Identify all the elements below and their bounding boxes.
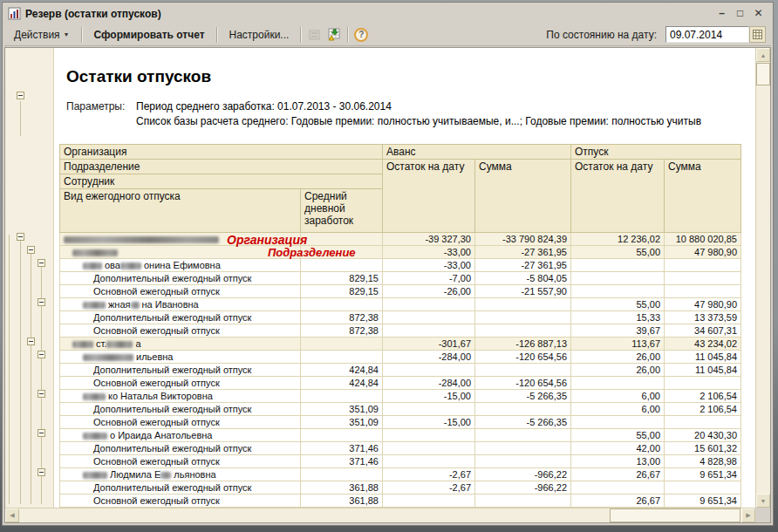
param-line: Список базы расчета среднего: Годовые пр… <box>136 115 701 127</box>
table-row[interactable]: Людмила Ельяновна-2,67-966,2226,679 651,… <box>60 468 741 481</box>
horizontal-scrollbar[interactable]: ◀ ▶ <box>5 508 755 522</box>
table-row[interactable]: Организация-39 327,30-33 790 824,3912 23… <box>60 233 741 246</box>
cell-a_rest <box>383 442 475 455</box>
cell-v_sum: 13 373,59 <box>665 311 741 324</box>
vertical-scrollbar[interactable]: ▲ ▼ <box>755 48 770 508</box>
cell-name: Основной ежегодный отпуск <box>60 494 301 508</box>
collapse-toggle[interactable] <box>27 246 35 254</box>
cell-avg <box>301 338 383 351</box>
toolbar-separator <box>300 27 302 43</box>
cell-text: Людмила Е <box>110 469 160 480</box>
table-row[interactable]: ильевна-284,00-120 654,5626,0011 045,84 <box>60 351 741 364</box>
cell-text: Дополнительный ежегодный отпуск <box>93 273 251 283</box>
generate-report-button[interactable]: Сформировать отчет <box>88 25 211 44</box>
print-report-icon <box>307 27 323 43</box>
help-icon[interactable]: ? <box>354 28 368 42</box>
table-row[interactable]: Основной ежегодный отпуск424,84-284,00-1… <box>60 377 741 390</box>
cell-v_rest <box>571 272 665 285</box>
collapse-toggle[interactable] <box>27 338 35 345</box>
actions-label: Действия <box>14 29 60 41</box>
cell-avg <box>301 351 383 364</box>
table-row[interactable]: Дополнительный ежегодный отпуск361,88-2,… <box>60 481 741 494</box>
redacted-text <box>83 433 107 440</box>
cell-v_rest: 26,67 <box>571 468 665 481</box>
cell-text: Основной ежегодный отпуск <box>93 286 220 297</box>
collapse-toggle[interactable] <box>17 92 24 99</box>
scroll-up-icon[interactable]: ▲ <box>756 48 770 62</box>
cell-text: Основной ежегодный отпуск <box>93 325 220 336</box>
collapse-toggle[interactable] <box>38 390 45 398</box>
report-date-input[interactable] <box>665 26 749 43</box>
table-row[interactable]: Дополнительный ежегодный отпуск351,096,0… <box>60 403 741 416</box>
cell-v_sum: 2 106,54 <box>665 390 741 403</box>
table-row[interactable]: Основной ежегодный отпуск829,15-26,00-21… <box>60 285 741 298</box>
collapse-toggle[interactable] <box>38 429 45 437</box>
calendar-icon[interactable] <box>749 26 766 43</box>
params-label: Параметры: <box>66 100 125 113</box>
cell-avg <box>301 429 383 442</box>
cell-v_sum <box>665 377 741 390</box>
table-row[interactable]: Подразделение-33,00-27 361,9555,0047 980… <box>60 246 741 259</box>
cell-a_rest <box>383 311 475 324</box>
tree-line <box>9 235 10 504</box>
collapse-toggle[interactable] <box>38 468 45 476</box>
cell-v_sum: 9 651,34 <box>665 468 741 481</box>
collapse-toggle[interactable] <box>38 259 45 267</box>
cell-text: Дополнительный ежегодный отпуск <box>93 404 251 414</box>
table-row[interactable]: о Ираида Анатольевна55,0020 430,30 <box>60 429 741 442</box>
table-row[interactable]: Основной ежегодный отпуск872,3839,6734 6… <box>60 324 741 338</box>
cell-a_sum: -27 361,95 <box>475 246 571 259</box>
table-row[interactable]: Дополнительный ежегодный отпуск424,8426,… <box>60 364 741 377</box>
table-row[interactable]: ко Наталья Викторовна-15,00-5 266,356,00… <box>60 390 741 403</box>
table-row[interactable]: Дополнительный ежегодный отпуск371,4642,… <box>60 442 741 455</box>
red-annotation: Подразделение <box>268 246 356 259</box>
scroll-right-icon[interactable]: ▶ <box>741 508 755 522</box>
cell-a_sum <box>475 298 571 311</box>
table-row[interactable]: оваонина Ефимовна-33,00-27 361,95 <box>60 259 741 272</box>
minimize-button[interactable]: – <box>714 7 729 21</box>
cell-a_rest <box>383 494 475 508</box>
cell-a_rest: -2,67 <box>383 468 475 481</box>
actions-menu-button[interactable]: Действия ▼ <box>8 25 76 44</box>
cell-text: Дополнительный ежегодный отпуск <box>93 312 251 323</box>
table-row[interactable]: Дополнительный ежегодный отпуск872,3815,… <box>60 311 741 324</box>
scroll-down-icon[interactable]: ▼ <box>756 494 770 508</box>
param-line: Период среднего заработка: 01.07.2013 - … <box>136 100 392 113</box>
table-row[interactable]: Основной ежегодный отпуск361,8826,679 65… <box>60 494 741 508</box>
cell-a_sum <box>475 364 571 377</box>
cell-a_rest: -2,67 <box>383 481 475 494</box>
cell-avg: 361,88 <box>301 494 383 508</box>
cell-name: Дополнительный ежегодный отпуск <box>60 272 301 285</box>
table-row[interactable]: жнаяна Ивановна55,0047 980,90 <box>60 298 741 311</box>
export-table-icon[interactable] <box>326 27 342 43</box>
cell-v_rest: 6,00 <box>571 403 665 416</box>
toolbar-separator <box>216 27 218 43</box>
cell-v_rest: 55,00 <box>571 246 665 259</box>
header-vacation: Отпуск <box>571 145 741 160</box>
title-bar[interactable]: Резерв (остатки отпусков) – □ ✕ <box>4 4 771 23</box>
cell-v_rest: 113,67 <box>571 338 665 351</box>
settings-button[interactable]: Настройки... <box>223 25 296 44</box>
collapse-toggle[interactable] <box>38 351 45 358</box>
vertical-scroll-thumb[interactable] <box>756 63 770 85</box>
table-row[interactable]: Дополнительный ежегодный отпуск829,15-7,… <box>60 272 741 285</box>
cell-text: Основной ежегодный отпуск <box>93 456 220 467</box>
cell-name: ст.а <box>60 338 301 351</box>
horizontal-scroll-thumb[interactable] <box>610 508 740 522</box>
table-row[interactable]: Основной ежегодный отпуск371,4613,004 82… <box>60 455 741 468</box>
cell-text: ова <box>105 260 120 270</box>
close-button[interactable]: ✕ <box>751 7 766 21</box>
maximize-button[interactable]: □ <box>733 7 747 21</box>
scroll-left-icon[interactable]: ◀ <box>5 508 19 522</box>
cell-v_sum <box>665 272 741 285</box>
table-row[interactable]: ст.а-301,67-126 887,13113,6743 234,02 <box>60 338 741 351</box>
table-row[interactable]: Основной ежегодный отпуск351,09-15,00-5 … <box>60 416 741 429</box>
cell-a_rest <box>383 455 475 468</box>
collapse-toggle[interactable] <box>38 298 45 306</box>
report-viewport: Остатки отпусков Параметры: Период средн… <box>4 47 771 523</box>
collapse-toggle[interactable] <box>17 233 24 241</box>
cell-a_sum <box>475 311 571 324</box>
tree-line <box>31 247 31 504</box>
header-advance: Аванс <box>383 145 571 160</box>
cell-text: ст. <box>96 338 106 349</box>
